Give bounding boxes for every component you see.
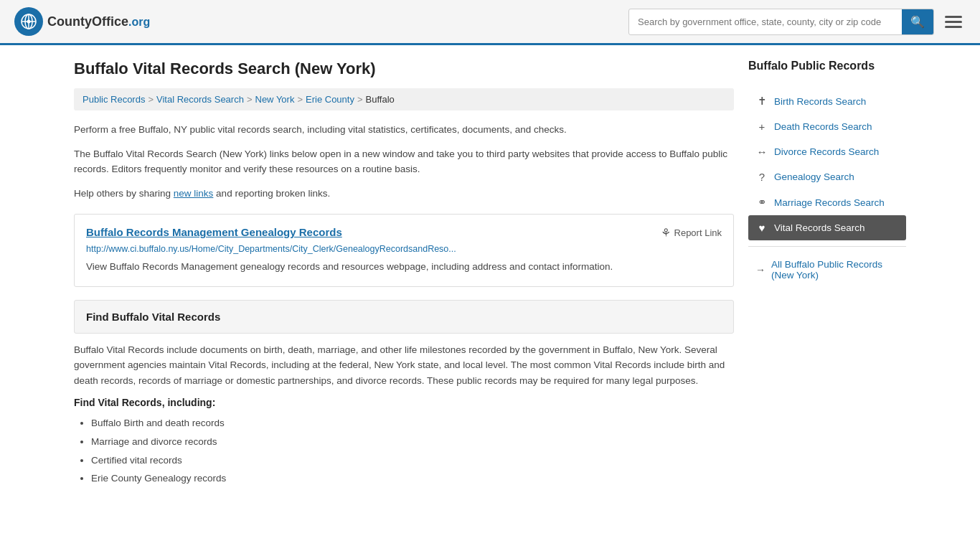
sidebar-item-divorce-records[interactable]: ↔ Divorce Records Search <box>748 139 906 164</box>
search-box: 🔍 <box>628 9 934 35</box>
sidebar-label-death: Death Records Search <box>774 121 872 132</box>
breadcrumb-current: Buffalo <box>366 94 395 105</box>
arrow-icon: → <box>755 264 765 276</box>
list-item: Marriage and divorce records <box>91 433 734 451</box>
record-description: View Buffalo Records Management genealog… <box>86 260 722 274</box>
sidebar-label-divorce: Divorce Records Search <box>774 146 879 157</box>
vital-records-icon: ♥ <box>755 222 768 234</box>
sidebar-item-vital-records[interactable]: ♥ Vital Records Search <box>748 215 906 240</box>
help-text: Help others by sharing new links and rep… <box>74 186 734 202</box>
body-text: The Buffalo Vital Records Search (New Yo… <box>74 146 734 177</box>
sidebar: Buffalo Public Records ✝ Birth Records S… <box>748 60 906 488</box>
genealogy-icon: ? <box>755 171 768 183</box>
hamburger-menu-button[interactable] <box>941 12 966 32</box>
breadcrumb-vital-records-search[interactable]: Vital Records Search <box>156 94 244 105</box>
sidebar-item-genealogy-search[interactable]: ? Genealogy Search <box>748 164 906 189</box>
logo-text: CountyOffice.org <box>47 14 150 29</box>
new-links-link[interactable]: new links <box>174 188 214 199</box>
logo-icon <box>14 7 43 36</box>
sidebar-label-birth: Birth Records Search <box>774 96 866 107</box>
record-card-title[interactable]: Buffalo Records Management Genealogy Rec… <box>86 226 342 238</box>
page-title: Buffalo Vital Records Search (New York) <box>74 60 734 78</box>
sidebar-item-death-records[interactable]: + Death Records Search <box>748 114 906 139</box>
svg-point-5 <box>27 20 31 24</box>
header-right: 🔍 <box>628 9 966 35</box>
breadcrumb-sep-4: > <box>357 94 363 105</box>
find-list: Buffalo Birth and death records Marriage… <box>91 414 734 488</box>
site-header: CountyOffice.org 🔍 <box>0 0 980 45</box>
record-url[interactable]: http://www.ci.buffalo.ny.us/Home/City_De… <box>86 244 722 254</box>
record-card-header: Buffalo Records Management Genealogy Rec… <box>86 226 722 240</box>
birth-icon: ✝ <box>755 95 768 108</box>
search-button[interactable]: 🔍 <box>902 9 933 34</box>
logo-area: CountyOffice.org <box>14 7 150 36</box>
sidebar-label-vital: Vital Records Search <box>774 222 865 233</box>
list-item: Certified vital records <box>91 451 734 470</box>
breadcrumb-sep-1: > <box>148 94 154 105</box>
list-item: Erie County Genealogy records <box>91 469 734 488</box>
sidebar-label-marriage: Marriage Records Search <box>774 197 885 208</box>
sidebar-title: Buffalo Public Records <box>748 60 906 78</box>
breadcrumb-erie-county[interactable]: Erie County <box>306 94 354 105</box>
find-including-label: Find Vital Records, including: <box>74 397 734 408</box>
report-link-button[interactable]: ⚘ Report Link <box>661 226 722 240</box>
breadcrumb-sep-3: > <box>297 94 303 105</box>
report-icon: ⚘ <box>661 226 671 240</box>
breadcrumb-new-york[interactable]: New York <box>255 94 295 105</box>
report-link-label: Report Link <box>674 227 722 238</box>
sidebar-all-records-label: All Buffalo Public Records (New York) <box>771 259 899 281</box>
main-container: Buffalo Vital Records Search (New York) … <box>60 45 920 502</box>
sidebar-item-birth-records[interactable]: ✝ Birth Records Search <box>748 88 906 114</box>
list-item: Buffalo Birth and death records <box>91 414 734 433</box>
breadcrumb-public-records[interactable]: Public Records <box>83 94 145 105</box>
sidebar-item-marriage-records[interactable]: ⚭ Marriage Records Search <box>748 189 906 215</box>
divorce-icon: ↔ <box>755 146 768 158</box>
breadcrumb: Public Records > Vital Records Search > … <box>74 88 734 110</box>
sidebar-label-genealogy: Genealogy Search <box>774 171 854 182</box>
record-card: Buffalo Records Management Genealogy Rec… <box>74 214 734 286</box>
marriage-icon: ⚭ <box>755 196 768 209</box>
main-content: Buffalo Vital Records Search (New York) … <box>74 60 734 488</box>
find-body-text: Buffalo Vital Records include documents … <box>74 342 734 389</box>
find-section-title: Find Buffalo Vital Records <box>86 311 722 323</box>
sidebar-all-records-link[interactable]: → All Buffalo Public Records (New York) <box>748 253 906 287</box>
find-section: Find Buffalo Vital Records <box>74 300 734 334</box>
intro-text: Perform a free Buffalo, NY public vital … <box>74 122 734 138</box>
death-icon: + <box>755 121 768 133</box>
breadcrumb-sep-2: > <box>247 94 253 105</box>
search-input[interactable] <box>629 11 902 33</box>
